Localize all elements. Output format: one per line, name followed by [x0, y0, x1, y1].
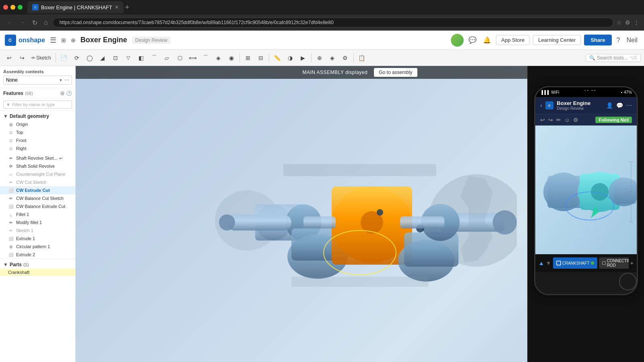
app-store-button[interactable]: App Store [496, 35, 530, 45]
phone-emoji-icon[interactable]: ☺ [564, 117, 570, 123]
phone-back-button[interactable]: ‹ [540, 102, 542, 109]
wrap-button[interactable]: ⌒ [148, 52, 160, 64]
mate-button[interactable]: ⬡ [174, 52, 186, 64]
pattern-button[interactable]: ⊡ [109, 52, 122, 64]
feature-front[interactable]: □ Front [0, 136, 75, 144]
share-button[interactable]: Share [584, 35, 611, 45]
help-icon[interactable]: ? [615, 35, 622, 45]
search-tools-bar[interactable]: 🔍 Search tools... ⌥C [586, 54, 641, 62]
logo-text[interactable]: onshape [19, 37, 45, 44]
curve-button[interactable]: ⌒ [200, 52, 212, 64]
phone-undo-icon[interactable]: ↩ [540, 117, 545, 123]
user-menu-icon[interactable]: Neil [625, 35, 639, 45]
address-bar[interactable]: https://cad.onshape.com/documents/73caeb… [53, 18, 613, 27]
feature-sketch-1[interactable]: ✏ Sketch 1 [0, 226, 75, 234]
back-button[interactable]: ← [5, 17, 14, 28]
mirror-button[interactable]: ⟺ [187, 52, 199, 64]
hamburger-menu-icon[interactable]: ☰ [50, 36, 56, 45]
3d-view[interactable]: MAIN ASSEMBLY displayed Go to assembly ✕ [76, 66, 644, 362]
go-to-assembly-button[interactable]: Go to assembly [374, 68, 417, 77]
feature-origin[interactable]: ◎ Origin [0, 120, 75, 128]
display-states-button[interactable]: ⊕ [314, 52, 326, 64]
sketch-button[interactable]: ✏ Sketch [29, 52, 54, 64]
minimize-button[interactable] [10, 5, 15, 10]
feature-modify-fillet-1[interactable]: ✏ Modify fillet 1 [0, 218, 75, 226]
part-crankshaft[interactable]: Crankshaft [0, 269, 75, 276]
feature-shaft-solid-revolve[interactable]: ⟳ Shaft Solid Revolve [0, 162, 75, 170]
phone-nav-up-icon[interactable]: ▲ [539, 260, 544, 266]
view-options-button[interactable]: ⊞ [242, 52, 254, 64]
viewport[interactable]: MAIN ASSEMBLY displayed Go to assembly ✕ [76, 66, 644, 362]
notifications-icon[interactable]: 🔔 [481, 35, 493, 45]
extensions-icon[interactable]: ⚙ [625, 19, 630, 26]
phone-pencil-icon[interactable]: ✏ [556, 117, 561, 123]
phone-3d-viewport[interactable] [535, 125, 637, 254]
undo-button[interactable]: ↩ [3, 52, 15, 64]
feature-cw-balance-extrude-cut[interactable]: ⬜ CW Balance Extrude Cut [0, 202, 75, 210]
extrude-icon: ⬜ [8, 252, 14, 257]
forward-button[interactable]: → [18, 17, 27, 28]
sweep-button[interactable]: ◉ [225, 52, 237, 64]
default-geometry-header[interactable]: ▼ Default geometry [0, 112, 75, 120]
settings-menu-icon[interactable]: ⊕ [71, 37, 76, 43]
parts-group-header[interactable]: ▼ Parts (1) [0, 261, 75, 269]
phone-nav-down-icon[interactable]: ▼ [546, 260, 551, 266]
avatar[interactable] [451, 34, 464, 47]
tab-close-icon[interactable]: ✕ [115, 4, 119, 10]
bookmark-icon[interactable]: ☆ [617, 19, 622, 26]
phone-home-button[interactable] [619, 273, 637, 290]
measure-button[interactable]: 📏 [271, 52, 283, 64]
draft-button[interactable]: ▽ [122, 52, 134, 64]
redo-button[interactable]: ↪ [16, 52, 28, 64]
feature-circular-pattern-1[interactable]: ⊙ Circular pattern 1 [0, 243, 75, 251]
phone-tab-active-indicator [591, 261, 594, 265]
feature-shaft-revolve-sketch[interactable]: ✏ Shaft Revolve Sket... ↩ [0, 154, 75, 162]
render-button[interactable]: ◑ [284, 52, 296, 64]
plane-button[interactable]: ▱ [161, 52, 173, 64]
feature-right[interactable]: □ Right [0, 144, 75, 152]
feature-cw-balance-cut-sketch[interactable]: ✏ CW Balance Cut Sketch [0, 194, 75, 202]
named-views-button[interactable]: ◈ [326, 52, 339, 64]
learning-center-button[interactable]: Learning Center [533, 35, 581, 45]
chat-icon[interactable]: 💬 [467, 35, 478, 45]
feature-cw-cut-sketch[interactable]: ✏ CW Cut Sketch [0, 178, 75, 186]
feature-top[interactable]: □ Top [0, 128, 75, 136]
view-section-button[interactable]: ⊟ [255, 52, 267, 64]
new-tab-button[interactable]: + [125, 3, 130, 12]
phone-add-tab-icon[interactable]: + [630, 260, 634, 266]
phone-connecting-rod-tab[interactable]: CONNECTING ROD [599, 257, 629, 269]
view-menu-icon[interactable]: ⊞ [61, 37, 66, 43]
maximize-button[interactable] [18, 5, 23, 10]
phone-more-icon[interactable]: ⋯ [626, 102, 632, 109]
phone-crankshaft-tab[interactable]: CRANKSHAFT [553, 257, 597, 269]
browser-nav: ← → ↻ ⌂ https://cad.onshape.com/document… [0, 14, 644, 31]
feature-fillet-1[interactable]: ◟ Fillet 1 [0, 210, 75, 218]
feature-counterweight-cut-plane[interactable]: ▱ Counterweight Cut Plane [0, 170, 75, 178]
feature-extrude-1[interactable]: ⬜ Extrude 1 [0, 234, 75, 243]
reload-button[interactable]: ↻ [31, 17, 39, 28]
new-button[interactable]: 📄 [58, 52, 70, 64]
feature-cw-extrude-cut[interactable]: ⬜ CW Extrude Cut [0, 186, 75, 194]
close-button[interactable] [3, 5, 8, 10]
shell-button[interactable]: ◯ [84, 52, 96, 64]
revolve-button[interactable]: ⟳ [71, 52, 83, 64]
history-icon[interactable]: 🕐 [66, 90, 72, 96]
phone-redo-icon[interactable]: ↪ [548, 117, 553, 123]
home-button[interactable]: ⌂ [42, 17, 50, 28]
configuration-button[interactable]: ⚙ [339, 52, 351, 64]
phone-settings-icon[interactable]: ⚙ [573, 117, 578, 123]
split-button[interactable]: ◧ [135, 52, 147, 64]
menu-icon[interactable]: ⋮ [634, 19, 639, 26]
context-options-icon[interactable]: ⋯ [64, 77, 69, 83]
drawing-button[interactable]: 📋 [356, 52, 368, 64]
active-tab[interactable]: O Boxer Engine | CRANKSHAFT ✕ [27, 1, 124, 13]
feature-extrude-2[interactable]: ⬜ Extrude 2 [0, 251, 75, 259]
plane-icon: □ [8, 130, 14, 135]
sketch-icon: ✏ [31, 55, 35, 61]
filter-input-field[interactable]: ▼ Filter by name or type [3, 101, 72, 109]
loft-button[interactable]: ◈ [213, 52, 225, 64]
chamfer-button[interactable]: ◢ [97, 52, 109, 64]
expand-all-icon[interactable]: ⊞ [60, 90, 64, 96]
sim-button[interactable]: ▶ [297, 52, 309, 64]
assembly-contexts-dropdown[interactable]: None ▼ ⋯ [3, 76, 72, 84]
